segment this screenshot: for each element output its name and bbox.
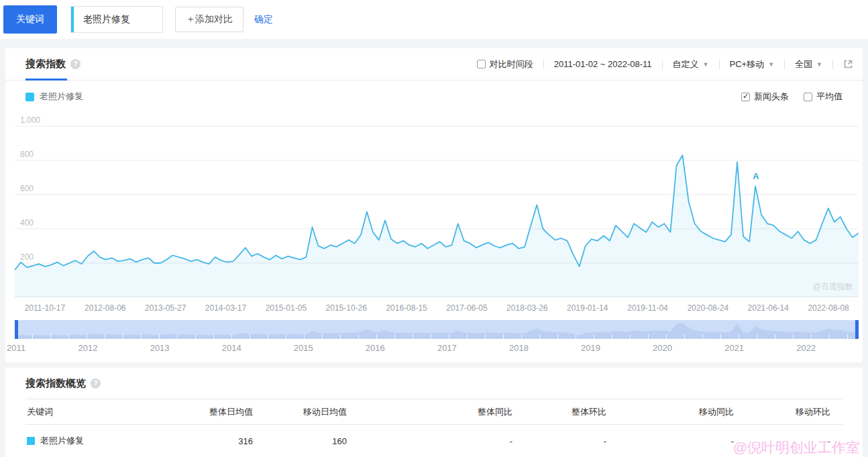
keyword-input-wrap	[70, 6, 163, 33]
compare-period-toggle[interactable]: 对比时间段	[477, 58, 533, 70]
tab-label: 搜索指数	[25, 58, 66, 70]
confirm-link[interactable]: 确定	[254, 13, 273, 26]
news-headlines-toggle[interactable]: 新闻头条	[741, 91, 789, 103]
overlay-toggles: 新闻头条 平均值	[741, 91, 843, 103]
chart-controls: 对比时间段 2011-01-02 ~ 2022-08-11 自定义 ▼ PC+移…	[477, 58, 853, 70]
y-axis-label: 200	[20, 252, 34, 262]
region-dropdown[interactable]: 全国 ▼	[795, 58, 822, 70]
date-range-picker[interactable]: 2011-01-02 ~ 2022-08-11	[554, 59, 652, 69]
range-mode-label: 自定义	[673, 58, 699, 70]
slider-year-labels: 2011201220132014201520162017201820192020…	[15, 342, 859, 358]
overall-mom-value: -	[515, 425, 609, 457]
x-axis-label: 2015-10-26	[316, 303, 376, 313]
overall-daily-value: 316	[193, 425, 256, 457]
x-axis-label: 2016-08-15	[376, 303, 437, 313]
keyword-input[interactable]	[71, 14, 162, 25]
x-axis-label: 2019-01-14	[557, 303, 618, 313]
average-checkbox[interactable]	[804, 93, 812, 101]
divider	[784, 60, 785, 69]
chevron-down-icon: ▼	[768, 61, 774, 68]
chevron-down-icon: ▼	[703, 61, 709, 68]
y-axis-label: 800	[20, 150, 34, 159]
col-overall-daily: 整体日均值	[193, 399, 256, 425]
slider-year-label: 2014	[222, 343, 241, 353]
annotation-marker: A	[753, 171, 759, 181]
series-legend-label: 老照片修复	[40, 91, 83, 103]
series-legend[interactable]: 老照片修复	[25, 91, 83, 103]
overview-title: 搜索指数概览	[25, 377, 86, 390]
range-mode-dropdown[interactable]: 自定义 ▼	[673, 58, 709, 70]
x-axis-labels: 2011-10-172012-08-062013-05-272014-03-17…	[15, 297, 859, 319]
slider-handle-right[interactable]	[855, 320, 859, 339]
chart-svg	[15, 113, 859, 297]
divider	[719, 60, 720, 69]
slider-year-label: 2015	[294, 343, 313, 353]
y-axis-label: 1,000	[20, 115, 40, 125]
slider-year-label: 2013	[150, 343, 170, 353]
x-axis-label: 2015-01-05	[256, 303, 316, 313]
chevron-down-icon: ▼	[816, 61, 822, 68]
slider-year-label: 2019	[581, 343, 600, 353]
trend-chart[interactable]: @百度指数 2004006008001,000A	[15, 113, 859, 297]
y-axis-label: 600	[20, 184, 34, 193]
tab-search-index[interactable]: 搜索指数 ?	[25, 48, 80, 80]
slider-year-label: 2021	[724, 343, 744, 353]
col-keyword: 关键词	[25, 399, 193, 425]
overall-yoy-value: -	[349, 425, 515, 457]
overview-title-row: 搜索指数概览 ?	[25, 377, 843, 390]
series-color-swatch	[27, 437, 35, 445]
x-axis-label: 2018-03-26	[497, 303, 557, 313]
slider-year-label: 2012	[78, 343, 98, 353]
compare-period-checkbox[interactable]	[477, 60, 486, 68]
help-icon[interactable]: ?	[70, 59, 80, 69]
device-dropdown[interactable]: PC+移动 ▼	[730, 58, 775, 70]
keyword-cell: 老照片修复	[27, 435, 191, 447]
x-axis-label: 2021-06-14	[738, 303, 798, 313]
col-mobile-mom: 移动环比	[737, 399, 843, 425]
col-mobile-daily: 移动日均值	[256, 399, 349, 425]
page-watermark: @倪叶明创业工作室	[733, 438, 860, 457]
divider	[543, 60, 544, 69]
slider-year-label: 2016	[366, 343, 385, 353]
search-index-panel: 搜索指数 ? 对比时间段 2011-01-02 ~ 2022-08-11 自定义…	[5, 48, 863, 362]
x-axis-label: 2022-08-08	[798, 303, 859, 313]
time-range-slider[interactable]	[15, 320, 859, 339]
slider-year-label: 2011	[7, 343, 25, 353]
keyword-button[interactable]: 关键词	[3, 5, 57, 34]
x-axis-label: 2020-08-24	[677, 303, 738, 313]
mobile-daily-value: 160	[256, 425, 349, 457]
average-label: 平均值	[816, 91, 843, 103]
mobile-yoy-value: -	[609, 425, 737, 457]
overview-panel: 搜索指数概览 ? 关键词 整体日均值 移动日均值 整体同比 整体环比 移动同比 …	[5, 368, 863, 457]
slider-year-label: 2018	[509, 343, 529, 353]
x-axis-label: 2011-10-17	[15, 303, 75, 313]
device-label: PC+移动	[730, 58, 765, 70]
x-axis-label: 2019-11-04	[618, 303, 678, 313]
table-header-row: 关键词 整体日均值 移动日均值 整体同比 整体环比 移动同比 移动环比	[25, 399, 843, 425]
compare-period-label: 对比时间段	[490, 58, 533, 70]
series-color-swatch	[25, 93, 34, 101]
x-axis-label: 2013-05-27	[135, 303, 196, 313]
slider-year-label: 2017	[437, 343, 457, 353]
help-icon[interactable]: ?	[91, 378, 101, 389]
divider	[832, 60, 833, 69]
export-icon[interactable]	[843, 59, 853, 69]
slider-year-label: 2022	[796, 343, 816, 353]
overview-table: 关键词 整体日均值 移动日均值 整体同比 整体环比 移动同比 移动环比 老照片修…	[25, 399, 843, 457]
top-toolbar: 关键词 ＋添加对比 确定	[0, 0, 868, 39]
news-headlines-label: 新闻头条	[754, 91, 789, 103]
keyword-color-accent	[71, 7, 74, 32]
slider-ticks	[15, 334, 859, 339]
table-row: 老照片修复 316 160 - - - -	[25, 425, 843, 457]
news-headlines-checkbox[interactable]	[741, 93, 750, 101]
slider-year-label: 2020	[653, 343, 672, 353]
x-axis-label: 2012-08-06	[75, 303, 135, 313]
y-axis-label: 400	[20, 218, 34, 227]
average-toggle[interactable]: 平均值	[804, 91, 843, 103]
add-compare-button[interactable]: ＋添加对比	[175, 7, 243, 32]
slider-handle-left[interactable]	[15, 320, 18, 339]
x-axis-label: 2017-06-05	[437, 303, 497, 313]
legend-row: 老照片修复 新闻头条 平均值	[5, 90, 863, 103]
divider	[662, 60, 663, 69]
panel-header: 搜索指数 ? 对比时间段 2011-01-02 ~ 2022-08-11 自定义…	[5, 48, 863, 81]
